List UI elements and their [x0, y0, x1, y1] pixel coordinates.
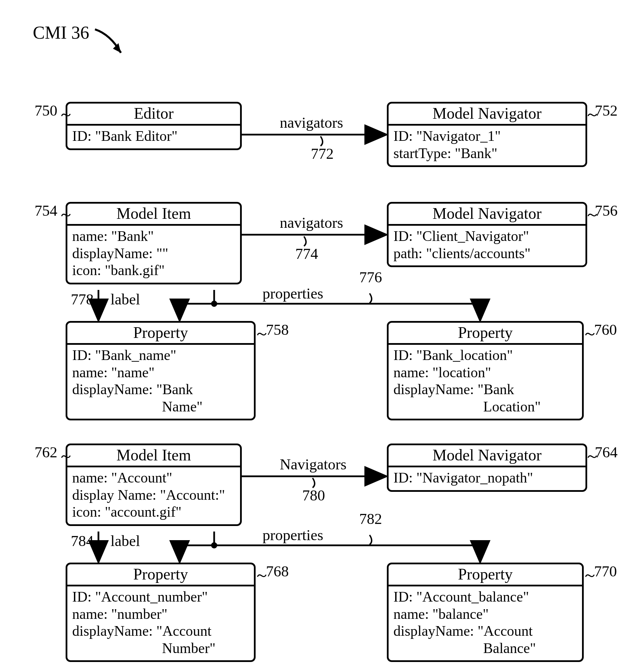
ref-754: 754 [35, 202, 57, 220]
box-body: name: "Account"display Name: "Account:"i… [67, 467, 240, 524]
svg-marker-0 [113, 43, 121, 53]
ref-752: 752 [595, 102, 618, 119]
box-body: ID: "Client_Navigator"path: "clients/acc… [389, 226, 585, 265]
box-header: Model Navigator [389, 104, 585, 126]
ref-778: 778 [71, 291, 94, 308]
diagram-title: CMI 36 [33, 22, 89, 43]
ref-776: 776 [359, 269, 382, 286]
ref-764: 764 [595, 444, 618, 461]
ref-768: 768 [266, 563, 289, 580]
tilde-icon: ～ [58, 445, 74, 467]
edge-label-properties-2: properties [263, 526, 323, 544]
ref-774: 774 [295, 245, 318, 263]
canvas: CMI 36 Editor ID: "Bank Editor" 750 ～ Mo… [0, 0, 639, 672]
box-body: ID: "Bank_location"name: "location"displ… [389, 345, 582, 419]
box-editor: Editor ID: "Bank Editor" [66, 102, 242, 150]
box-header: Model Navigator [389, 445, 585, 467]
ref-772: 772 [311, 145, 334, 163]
box-header: Editor [67, 104, 240, 126]
box-header: Property [67, 564, 254, 586]
title-arrow-icon [92, 26, 133, 64]
box-model-item-account: Model Item name: "Account"display Name: … [66, 444, 242, 526]
box-model-item-bank: Model Item name: "Bank"displayName: ""ic… [66, 202, 242, 284]
ref-758: 758 [266, 321, 289, 339]
ref-762: 762 [35, 444, 57, 461]
box-body: name: "Bank"displayName: ""icon: "bank.g… [67, 226, 240, 283]
edge-label-navigators-1: navigators [280, 114, 343, 132]
box-body: ID: "Bank Editor" [67, 126, 240, 148]
box-property-bank-location: Property ID: "Bank_location"name: "locat… [387, 321, 584, 420]
box-header: Property [389, 323, 582, 345]
tilde-icon: ～ [94, 292, 110, 313]
edge-label-properties-1: properties [263, 285, 323, 302]
box-property-account-number: Property ID: "Account_number"name: "numb… [66, 563, 256, 662]
box-model-navigator-client: Model Navigator ID: "Client_Navigator"pa… [387, 202, 587, 267]
box-body: ID: "Bank_name"name: "name"displayName: … [67, 345, 254, 419]
edge-label-navigators-2: navigators [280, 214, 343, 232]
box-header: Model Navigator [389, 204, 585, 226]
ref-782: 782 [359, 510, 382, 528]
ref-780: 780 [302, 487, 325, 504]
box-header: Property [389, 564, 582, 586]
box-property-account-balance: Property ID: "Account_balance"name: "bal… [387, 563, 584, 662]
box-body: ID: "Account_balance"name: "balance"disp… [389, 586, 582, 660]
ref-756: 756 [595, 202, 618, 220]
ref-770: 770 [594, 563, 617, 580]
box-header: Property [67, 323, 254, 345]
box-body: ID: "Account_number"name: "number"displa… [67, 586, 254, 660]
ref-784: 784 [71, 532, 94, 550]
box-model-navigator-nopath: Model Navigator ID: "Navigator_nopath" [387, 444, 587, 492]
box-body: ID: "Navigator_1"startType: "Bank" [389, 126, 585, 165]
edge-label-label-2: label [111, 532, 140, 550]
box-property-bank-name: Property ID: "Bank_name"name: "name"disp… [66, 321, 256, 420]
box-header: Model Item [67, 445, 240, 467]
tilde-icon: ～ [58, 104, 74, 125]
box-model-navigator-1: Model Navigator ID: "Navigator_1"startTy… [387, 102, 587, 167]
box-body: ID: "Navigator_nopath" [389, 467, 585, 490]
edge-label-label-1: label [111, 291, 140, 308]
svg-point-5 [211, 301, 217, 307]
ref-760: 760 [594, 321, 617, 339]
ref-750: 750 [35, 102, 57, 119]
tilde-icon: ～ [94, 534, 110, 555]
tilde-icon: ～ [58, 204, 74, 225]
edge-label-navigators-3: Navigators [280, 456, 346, 473]
svg-point-12 [211, 542, 217, 548]
box-header: Model Item [67, 204, 240, 226]
